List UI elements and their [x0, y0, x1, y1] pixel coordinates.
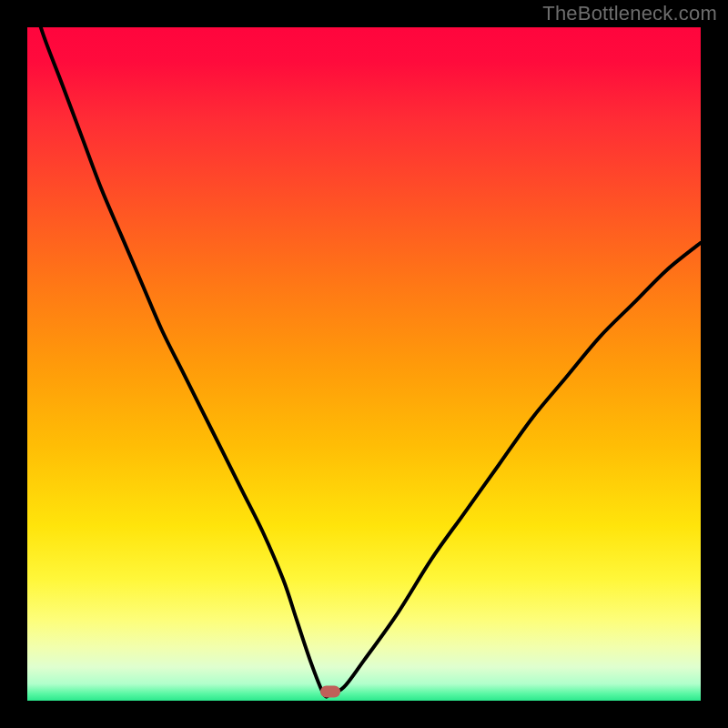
chart-frame: TheBottleneck.com — [0, 0, 728, 728]
plot-area — [27, 27, 701, 701]
curve-layer — [27, 27, 701, 701]
watermark-text: TheBottleneck.com — [542, 2, 717, 25]
bottleneck-curve — [27, 27, 701, 697]
bottleneck-marker — [320, 685, 340, 697]
